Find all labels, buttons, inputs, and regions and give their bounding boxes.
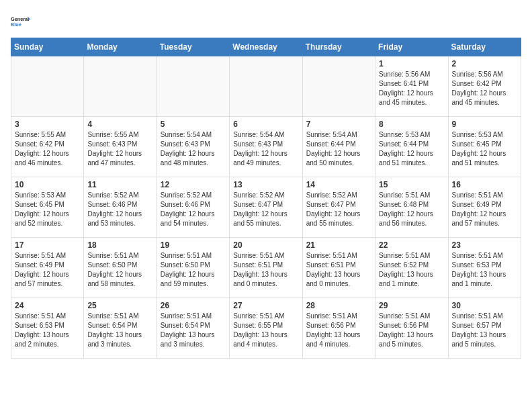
day-info: Sunrise: 5:51 AM Sunset: 6:49 PM Dayligh…	[15, 251, 80, 289]
calendar-cell: 6Sunrise: 5:54 AM Sunset: 6:43 PM Daylig…	[230, 117, 302, 177]
calendar-cell: 9Sunrise: 5:53 AM Sunset: 6:45 PM Daylig…	[448, 117, 521, 177]
day-info: Sunrise: 5:51 AM Sunset: 6:56 PM Dayligh…	[379, 312, 444, 349]
day-number: 4	[87, 120, 152, 129]
day-number: 15	[379, 180, 444, 189]
day-number: 1	[379, 59, 444, 68]
day-number: 30	[452, 301, 517, 310]
calendar-cell: 2Sunrise: 5:56 AM Sunset: 6:42 PM Daylig…	[448, 56, 521, 117]
day-info: Sunrise: 5:51 AM Sunset: 6:55 PM Dayligh…	[233, 312, 298, 349]
calendar-cell: 27Sunrise: 5:51 AM Sunset: 6:55 PM Dayli…	[230, 298, 302, 359]
calendar-cell: 16Sunrise: 5:51 AM Sunset: 6:49 PM Dayli…	[448, 177, 521, 238]
day-number: 19	[161, 240, 226, 250]
day-info: Sunrise: 5:51 AM Sunset: 6:49 PM Dayligh…	[452, 191, 517, 228]
day-info: Sunrise: 5:51 AM Sunset: 6:51 PM Dayligh…	[233, 251, 298, 289]
day-info: Sunrise: 5:51 AM Sunset: 6:50 PM Dayligh…	[161, 251, 226, 289]
calendar-cell: 1Sunrise: 5:56 AM Sunset: 6:41 PM Daylig…	[375, 56, 448, 117]
day-info: Sunrise: 5:53 AM Sunset: 6:45 PM Dayligh…	[452, 130, 517, 168]
calendar-cell: 18Sunrise: 5:51 AM Sunset: 6:50 PM Dayli…	[84, 238, 157, 298]
calendar-cell: 19Sunrise: 5:51 AM Sunset: 6:50 PM Dayli…	[157, 238, 229, 298]
day-number: 5	[161, 120, 226, 129]
day-info: Sunrise: 5:51 AM Sunset: 6:50 PM Dayligh…	[87, 251, 152, 289]
calendar-cell: 14Sunrise: 5:52 AM Sunset: 6:47 PM Dayli…	[302, 177, 375, 238]
calendar-cell	[84, 56, 157, 117]
day-number: 14	[306, 180, 371, 189]
calendar-cell: 21Sunrise: 5:51 AM Sunset: 6:51 PM Dayli…	[302, 238, 375, 298]
day-info: Sunrise: 5:51 AM Sunset: 6:51 PM Dayligh…	[306, 251, 371, 289]
day-info: Sunrise: 5:51 AM Sunset: 6:48 PM Dayligh…	[379, 191, 444, 228]
calendar-cell: 22Sunrise: 5:51 AM Sunset: 6:52 PM Dayli…	[375, 238, 448, 298]
weekday-header-friday: Friday	[375, 38, 448, 56]
calendar-cell: 23Sunrise: 5:51 AM Sunset: 6:53 PM Dayli…	[448, 238, 521, 298]
day-number: 12	[161, 180, 226, 189]
day-info: Sunrise: 5:54 AM Sunset: 6:43 PM Dayligh…	[161, 130, 226, 168]
page-header: GeneralBlue	[11, 11, 521, 32]
day-number: 11	[87, 180, 152, 189]
day-info: Sunrise: 5:51 AM Sunset: 6:57 PM Dayligh…	[452, 312, 517, 349]
day-number: 28	[306, 301, 371, 310]
day-info: Sunrise: 5:55 AM Sunset: 6:43 PM Dayligh…	[87, 130, 152, 168]
day-info: Sunrise: 5:56 AM Sunset: 6:41 PM Dayligh…	[379, 70, 444, 107]
day-number: 16	[452, 180, 517, 189]
day-info: Sunrise: 5:51 AM Sunset: 6:53 PM Dayligh…	[452, 251, 517, 289]
day-info: Sunrise: 5:52 AM Sunset: 6:47 PM Dayligh…	[306, 191, 371, 228]
day-info: Sunrise: 5:54 AM Sunset: 6:43 PM Dayligh…	[233, 130, 298, 168]
day-number: 7	[306, 120, 371, 129]
logo-icon: GeneralBlue	[11, 11, 32, 32]
day-info: Sunrise: 5:52 AM Sunset: 6:46 PM Dayligh…	[161, 191, 226, 228]
day-info: Sunrise: 5:51 AM Sunset: 6:56 PM Dayligh…	[306, 312, 371, 349]
calendar-cell: 26Sunrise: 5:51 AM Sunset: 6:54 PM Dayli…	[157, 298, 229, 359]
day-number: 9	[452, 120, 517, 129]
svg-text:General: General	[11, 16, 29, 22]
day-number: 25	[87, 301, 152, 310]
day-number: 21	[306, 240, 371, 250]
weekday-header-monday: Monday	[84, 38, 157, 56]
calendar-cell: 28Sunrise: 5:51 AM Sunset: 6:56 PM Dayli…	[302, 298, 375, 359]
day-number: 24	[15, 301, 80, 310]
calendar-cell: 3Sunrise: 5:55 AM Sunset: 6:42 PM Daylig…	[11, 117, 84, 177]
day-number: 13	[233, 180, 298, 189]
day-number: 27	[233, 301, 298, 310]
day-info: Sunrise: 5:52 AM Sunset: 6:47 PM Dayligh…	[233, 191, 298, 228]
day-number: 3	[15, 120, 80, 129]
day-number: 6	[233, 120, 298, 129]
calendar-cell: 13Sunrise: 5:52 AM Sunset: 6:47 PM Dayli…	[230, 177, 302, 238]
svg-marker-2	[28, 17, 31, 20]
weekday-header-sunday: Sunday	[11, 38, 84, 56]
calendar-cell: 30Sunrise: 5:51 AM Sunset: 6:57 PM Dayli…	[448, 298, 521, 359]
calendar-cell: 7Sunrise: 5:54 AM Sunset: 6:44 PM Daylig…	[302, 117, 375, 177]
calendar-table: SundayMondayTuesdayWednesdayThursdayFrid…	[11, 38, 521, 359]
weekday-header-wednesday: Wednesday	[230, 38, 302, 56]
day-info: Sunrise: 5:52 AM Sunset: 6:46 PM Dayligh…	[87, 191, 152, 228]
day-info: Sunrise: 5:51 AM Sunset: 6:54 PM Dayligh…	[87, 312, 152, 349]
calendar-cell: 12Sunrise: 5:52 AM Sunset: 6:46 PM Dayli…	[157, 177, 229, 238]
calendar-cell	[230, 56, 302, 117]
weekday-header-thursday: Thursday	[302, 38, 375, 56]
calendar-cell	[11, 56, 84, 117]
day-info: Sunrise: 5:51 AM Sunset: 6:52 PM Dayligh…	[379, 251, 444, 289]
calendar-cell: 20Sunrise: 5:51 AM Sunset: 6:51 PM Dayli…	[230, 238, 302, 298]
day-info: Sunrise: 5:55 AM Sunset: 6:42 PM Dayligh…	[15, 130, 80, 168]
calendar-cell	[157, 56, 229, 117]
calendar-cell: 11Sunrise: 5:52 AM Sunset: 6:46 PM Dayli…	[84, 177, 157, 238]
day-number: 20	[233, 240, 298, 250]
calendar-cell: 17Sunrise: 5:51 AM Sunset: 6:49 PM Dayli…	[11, 238, 84, 298]
day-number: 22	[379, 240, 444, 250]
day-info: Sunrise: 5:53 AM Sunset: 6:45 PM Dayligh…	[15, 191, 80, 228]
calendar-cell: 15Sunrise: 5:51 AM Sunset: 6:48 PM Dayli…	[375, 177, 448, 238]
day-number: 26	[161, 301, 226, 310]
calendar-cell: 29Sunrise: 5:51 AM Sunset: 6:56 PM Dayli…	[375, 298, 448, 359]
day-info: Sunrise: 5:51 AM Sunset: 6:54 PM Dayligh…	[161, 312, 226, 349]
weekday-header-tuesday: Tuesday	[157, 38, 229, 56]
day-number: 29	[379, 301, 444, 310]
calendar-cell: 5Sunrise: 5:54 AM Sunset: 6:43 PM Daylig…	[157, 117, 229, 177]
calendar-cell: 10Sunrise: 5:53 AM Sunset: 6:45 PM Dayli…	[11, 177, 84, 238]
day-info: Sunrise: 5:51 AM Sunset: 6:53 PM Dayligh…	[15, 312, 80, 349]
calendar-cell: 25Sunrise: 5:51 AM Sunset: 6:54 PM Dayli…	[84, 298, 157, 359]
day-info: Sunrise: 5:56 AM Sunset: 6:42 PM Dayligh…	[452, 70, 517, 107]
weekday-header-saturday: Saturday	[448, 38, 521, 56]
day-number: 23	[452, 240, 517, 250]
calendar-cell: 24Sunrise: 5:51 AM Sunset: 6:53 PM Dayli…	[11, 298, 84, 359]
day-info: Sunrise: 5:54 AM Sunset: 6:44 PM Dayligh…	[306, 130, 371, 168]
day-number: 17	[15, 240, 80, 250]
day-number: 2	[452, 59, 517, 68]
